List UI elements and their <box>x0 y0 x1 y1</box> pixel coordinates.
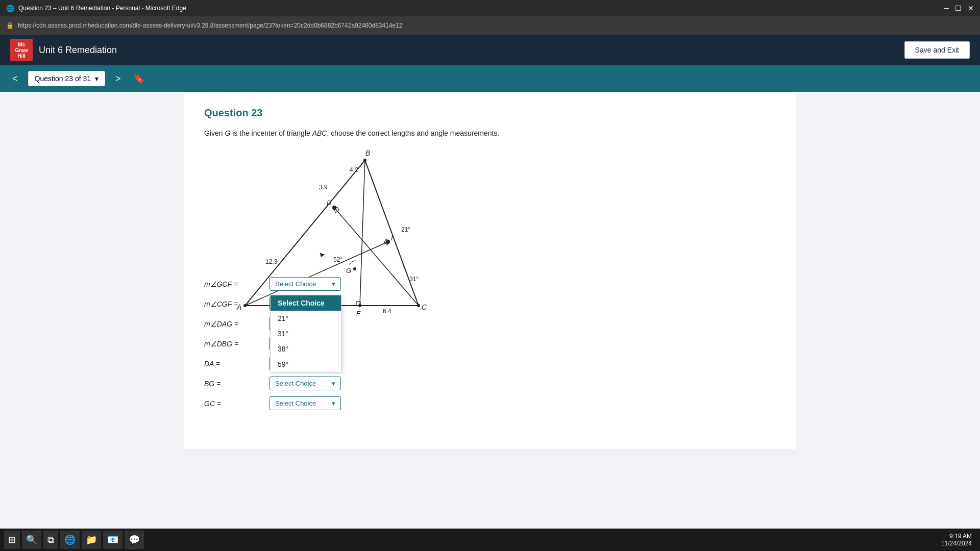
svg-text:21°: 21° <box>401 226 410 233</box>
popup-item-38[interactable]: 38° <box>271 341 341 357</box>
chevron-down-icon: ▾ <box>332 380 335 387</box>
question-selector[interactable]: Question 23 of 31 ▾ <box>28 71 106 86</box>
mcgraw-logo: Mc Graw Hill <box>10 39 33 61</box>
svg-text:3.9: 3.9 <box>319 184 328 191</box>
svg-text:B: B <box>365 149 370 157</box>
svg-point-15 <box>353 267 356 270</box>
svg-point-12 <box>332 206 336 210</box>
dropdown-gc-value: Select Choice <box>275 399 316 407</box>
popup-item-header[interactable]: Select Choice <box>271 295 341 311</box>
svg-text:E: E <box>391 234 396 242</box>
dropdown-bg[interactable]: Select Choice ▾ <box>270 377 341 390</box>
svg-marker-7 <box>318 253 325 258</box>
label-bg: BG = <box>204 380 265 388</box>
label-gcf: m∠GCF = <box>204 280 265 288</box>
svg-text:D: D <box>327 199 331 207</box>
url-text: https://cdn.assess.prod.mheducation.com/… <box>18 22 403 29</box>
app-title: Unit 6 Remediation <box>39 45 117 56</box>
nav-bar: < Question 23 of 31 ▾ > 🔖 <box>0 65 980 92</box>
dropdown-bg-value: Select Choice <box>275 380 316 387</box>
svg-text:12.3: 12.3 <box>265 258 278 265</box>
label-dbg: m∠DBG = <box>204 340 265 348</box>
question-text: Given G is the incenter of triangle ABC,… <box>204 129 776 137</box>
window-controls[interactable]: ─ ☐ ✕ <box>944 4 974 12</box>
dropdown-row-bg: BG = Select Choice ▾ <box>204 377 776 390</box>
question-title: Question 23 <box>204 107 776 119</box>
popup-item-31[interactable]: 31° <box>271 326 341 341</box>
save-exit-button[interactable]: Save and Exit <box>904 41 970 59</box>
address-bar: 🔒 https://cdn.assess.prod.mheducation.co… <box>0 16 980 35</box>
browser-title: Question 23 – Unit 6 Remediation - Perso… <box>18 5 186 12</box>
chevron-down-icon: ▾ <box>332 280 335 288</box>
maximize-icon[interactable]: ☐ <box>955 4 962 12</box>
next-question-button[interactable]: > <box>111 71 125 86</box>
dropdown-gc[interactable]: Select Choice ▾ <box>270 396 341 410</box>
dropdown-row-gc: GC = Select Choice ▾ <box>204 396 776 410</box>
dropdown-row-gcf: m∠GCF = Select Choice ▾ Select Choice 21… <box>204 277 776 291</box>
label-cgf: m∠CGF = <box>204 300 265 308</box>
svg-text:4.2: 4.2 <box>350 166 358 173</box>
label-dag: m∠DAG = <box>204 320 265 328</box>
svg-text:G: G <box>346 267 351 274</box>
dropdown-popup-gcf[interactable]: Select Choice 21° 31° 38° 59° <box>270 295 341 372</box>
svg-point-9 <box>363 159 366 162</box>
popup-item-59[interactable]: 59° <box>271 357 341 372</box>
main-content: Question 23 Given G is the incenter of t… <box>184 92 796 449</box>
chevron-down-icon: ▾ <box>332 399 335 407</box>
dropdown-gcf[interactable]: Select Choice ▾ Select Choice 21° 31° 38… <box>270 277 341 291</box>
chevron-down-icon: ▾ <box>95 74 99 83</box>
question-selector-label: Question 23 of 31 <box>35 74 91 83</box>
lock-icon: 🔒 <box>6 22 14 29</box>
diagram: B A C D E F G 3.9 4.2 21° 12.3 52° 31° 6… <box>204 147 398 265</box>
popup-item-21[interactable]: 21° <box>271 311 341 326</box>
prev-question-button[interactable]: < <box>8 71 22 86</box>
browser-titlebar: 🌐 Question 23 – Unit 6 Remediation - Per… <box>0 0 980 16</box>
bookmark-button[interactable]: 🔖 <box>131 71 146 86</box>
svg-point-13 <box>386 240 390 244</box>
dropdown-gcf-value: Select Choice <box>275 280 316 288</box>
close-icon[interactable]: ✕ <box>968 4 974 12</box>
label-gc: GC = <box>204 399 265 408</box>
svg-text:52°: 52° <box>333 256 342 263</box>
minimize-icon[interactable]: ─ <box>944 4 949 12</box>
app-header: Mc Graw Hill Unit 6 Remediation Save and… <box>0 35 980 65</box>
dropdowns-section: m∠GCF = Select Choice ▾ Select Choice 21… <box>204 277 776 410</box>
label-da: DA = <box>204 360 265 368</box>
